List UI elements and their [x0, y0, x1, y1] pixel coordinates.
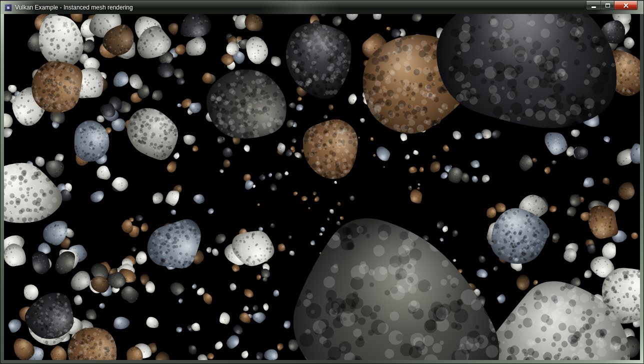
close-button[interactable]: [614, 1, 638, 10]
close-icon: [623, 2, 628, 8]
render-viewport[interactable]: [4, 14, 640, 360]
maximize-icon: [606, 4, 610, 8]
titlebar-left-group: Vulkan Example - Instanced mesh renderin…: [4, 1, 133, 14]
maximize-button[interactable]: [600, 1, 614, 10]
window-controls: [586, 1, 638, 10]
window-title: Vulkan Example - Instanced mesh renderin…: [15, 1, 133, 14]
titlebar[interactable]: Vulkan Example - Instanced mesh renderin…: [0, 0, 644, 14]
viewport-canvas[interactable]: [4, 14, 640, 360]
minimize-button[interactable]: [586, 1, 600, 10]
vulkan-app-icon: [4, 4, 12, 12]
application-window: Vulkan Example - Instanced mesh renderin…: [0, 0, 644, 364]
minimize-icon: [592, 6, 596, 8]
